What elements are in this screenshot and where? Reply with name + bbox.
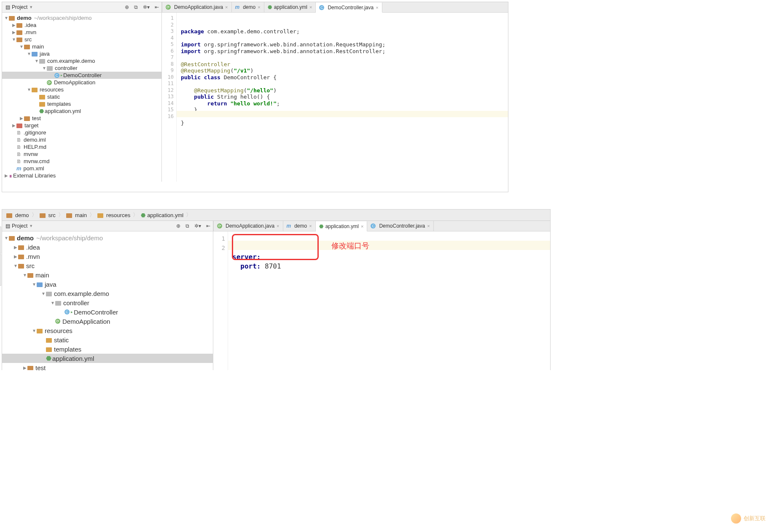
split-icon[interactable]: ⧉: [132, 4, 140, 10]
tree-item-test[interactable]: ▶test: [2, 115, 161, 122]
project-icon: ▤: [5, 4, 10, 10]
tree-item-appyml[interactable]: ⬣application.yml: [2, 107, 161, 115]
tree-item-main[interactable]: ▼main: [2, 43, 161, 50]
maven-icon: m: [235, 4, 240, 10]
tree-item-demoapp[interactable]: ⟳DemoApplication: [2, 79, 161, 86]
tree-item-gitignore[interactable]: 🗎.gitignore: [2, 129, 161, 136]
crumb-demo[interactable]: demo: [5, 212, 31, 218]
crumb-appyml[interactable]: ⬣application.yml: [139, 212, 185, 218]
crumb-src[interactable]: src: [38, 212, 57, 218]
crumb-resources[interactable]: resources: [96, 212, 132, 218]
tree-item-target[interactable]: ▶target: [2, 122, 161, 129]
project-tool-label: Project: [12, 4, 27, 10]
tab-demoapplication[interactable]: ⟳DemoApplication.java×: [214, 221, 283, 231]
tree-item-package[interactable]: ▼com.example.demo: [2, 57, 161, 64]
tree-root-path: ~/workspace/ship/demo: [34, 15, 92, 21]
chevron-down-icon: ▼: [29, 5, 33, 9]
close-icon[interactable]: ×: [361, 224, 363, 229]
tree-item-appyml[interactable]: ⬣application.yml: [2, 354, 213, 363]
tree-item-helpmd[interactable]: 🗎HELP.md: [2, 143, 161, 150]
project-tool-button[interactable]: ▤ Project ▼: [2, 4, 36, 10]
close-icon[interactable]: ×: [427, 223, 430, 228]
hide-icon[interactable]: ⇤: [152, 4, 161, 10]
close-icon[interactable]: ×: [309, 223, 312, 228]
tree-item-templates[interactable]: templates: [2, 344, 213, 354]
tree-item-democontroller[interactable]: C▸DemoController: [2, 307, 213, 317]
tree-item-extlib[interactable]: ▶∎External Libraries: [2, 172, 161, 179]
tree-item-package[interactable]: ▼com.example.demo: [2, 289, 213, 298]
target-icon[interactable]: ⊕: [174, 223, 183, 229]
tree-item-src[interactable]: ▼src: [2, 36, 161, 43]
close-icon[interactable]: ×: [309, 5, 312, 10]
tab-democontroller[interactable]: CDemoController.java×: [316, 3, 382, 13]
tree-item-mvnwcmd[interactable]: 🗎mvnw.cmd: [2, 158, 161, 165]
editor-gutter: 12: [213, 231, 228, 370]
tree-root[interactable]: ▼demo~/workspace/ship/demo: [2, 14, 161, 21]
code-editor[interactable]: 12345678910111213141516 package com.exam…: [162, 13, 508, 182]
tree-item-idea[interactable]: ▶.idea: [2, 21, 161, 29]
tree-item-pom[interactable]: mpom.xml: [2, 165, 161, 172]
close-icon[interactable]: ×: [277, 223, 279, 228]
yml-icon: ⬣: [319, 223, 323, 229]
tree-item-java[interactable]: ▼java: [2, 50, 161, 57]
gear-icon[interactable]: ✲▾: [140, 4, 152, 10]
code-editor[interactable]: 12 server: port: 8701 修改端口号: [213, 231, 550, 370]
tab-democontroller[interactable]: CDemoController.java×: [367, 221, 433, 231]
annotation-box: [232, 234, 319, 260]
tree-item-templates[interactable]: templates: [2, 100, 161, 107]
split-icon[interactable]: ⧉: [183, 223, 192, 229]
tree-item-controller[interactable]: ▼controller: [2, 64, 161, 72]
vtab-project[interactable]: 1: Project: [0, 226, 1, 253]
spring-icon: ⟳: [166, 5, 171, 10]
project-tool-label: Project: [12, 223, 27, 229]
tree-item-controller[interactable]: ▼controller: [2, 298, 213, 307]
tree-item-mvn[interactable]: ▶.mvn: [2, 252, 213, 261]
editor-tabs: ⟳DemoApplication.java× mdemo× ⬣applicati…: [162, 2, 508, 13]
breadcrumb: demo〉 src〉 main〉 resources〉 ⬣application…: [2, 210, 550, 221]
annotation-text: 修改端口号: [331, 241, 369, 251]
tree-root[interactable]: ▼demo~/workspace/ship/demo: [2, 233, 213, 242]
code-area[interactable]: package com.example.demo.controller; imp…: [177, 13, 508, 182]
chevron-down-icon: ▼: [29, 224, 33, 228]
tree-item-java[interactable]: ▼java: [2, 279, 213, 289]
tab-demo[interactable]: mdemo×: [232, 2, 264, 12]
tab-demoapplication[interactable]: ⟳DemoApplication.java×: [162, 2, 232, 12]
crumb-main[interactable]: main: [64, 212, 89, 218]
tree-item-resources[interactable]: ▼resources: [2, 86, 161, 93]
tree-item-main[interactable]: ▼main: [2, 270, 213, 279]
editor-tabs: ⟳DemoApplication.java× mdemo× ⬣applicati…: [213, 221, 550, 231]
class-icon: C: [319, 5, 324, 10]
tree-item-demoapp[interactable]: ⟳DemoApplication: [2, 317, 213, 326]
editor-gutter: 12345678910111213141516: [162, 13, 177, 182]
class-icon: C: [371, 223, 376, 228]
project-icon: ▤: [5, 223, 10, 229]
close-icon[interactable]: ×: [258, 5, 260, 10]
run-marker-icon: ▸: [61, 73, 62, 77]
hide-icon[interactable]: ⇤: [204, 223, 213, 229]
yml-icon: ⬣: [39, 108, 44, 114]
tree-item-src[interactable]: ▼src: [2, 261, 213, 270]
tree-item-static[interactable]: static: [2, 335, 213, 344]
target-icon[interactable]: ⊕: [122, 4, 132, 10]
tree-item-demoiml[interactable]: 🗎demo.iml: [2, 136, 161, 143]
tree-item-mvnw[interactable]: 🗎mvnw: [2, 150, 161, 158]
tab-appyml[interactable]: ⬣application.yml×: [316, 221, 368, 231]
vtab-structure[interactable]: 7: Structure: [0, 254, 1, 286]
tree-item-mvn[interactable]: ▶.mvn: [2, 29, 161, 36]
tree-item-idea[interactable]: ▶.idea: [2, 242, 213, 252]
spring-icon: ⟳: [217, 223, 222, 228]
tree-item-democontroller[interactable]: C▸DemoController: [2, 72, 161, 79]
project-tool-button[interactable]: ▤ Project ▼: [2, 223, 36, 229]
library-icon: ∎: [9, 172, 12, 179]
tree-root-name: demo: [17, 15, 32, 21]
tree-item-resources[interactable]: ▼resources: [2, 326, 213, 335]
close-icon[interactable]: ×: [376, 5, 378, 10]
gear-icon[interactable]: ✲▾: [192, 223, 204, 229]
tree-item-test[interactable]: ▶test: [2, 363, 213, 370]
tree-item-static[interactable]: static: [2, 93, 161, 100]
maven-icon: m: [287, 223, 291, 229]
close-icon[interactable]: ×: [225, 5, 228, 10]
tab-appyml[interactable]: ⬣application.yml×: [264, 2, 316, 12]
tab-demo[interactable]: mdemo×: [283, 221, 316, 231]
yml-icon: ⬣: [268, 4, 272, 10]
